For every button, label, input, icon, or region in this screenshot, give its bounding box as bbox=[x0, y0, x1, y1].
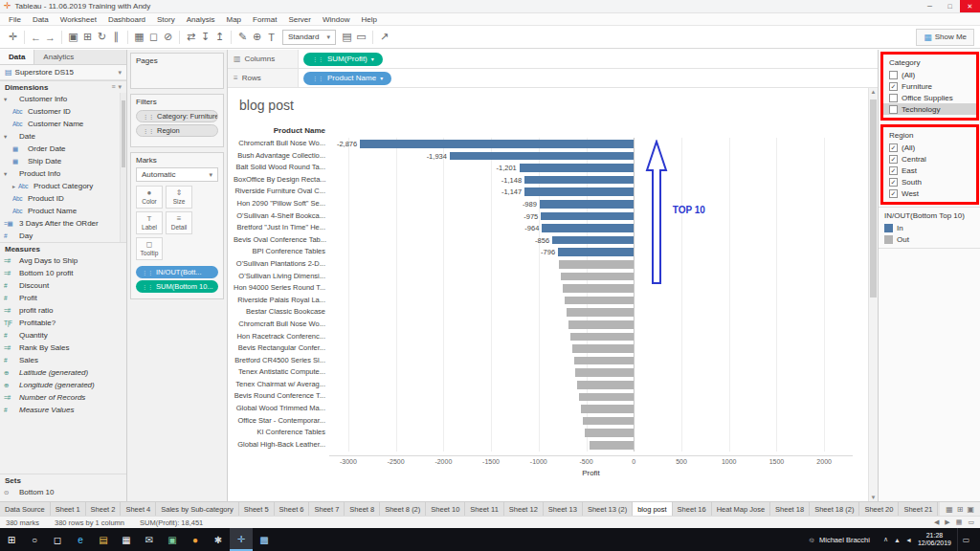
field-longitude-generated[interactable]: ⊕Longitude (generated) bbox=[0, 379, 126, 391]
scrollbar-thumb[interactable] bbox=[122, 100, 125, 167]
folder-toggle-icon[interactable]: ▾ bbox=[4, 96, 16, 103]
field-bottom-10[interactable]: ⊙Bottom 10 bbox=[0, 486, 126, 498]
expand-icon[interactable]: ▸ bbox=[12, 183, 15, 189]
rows-shelf-fields[interactable]: ⋮⋮Product Name▾ bbox=[299, 69, 878, 87]
bar-riverside-furniture-oval-c[interactable] bbox=[524, 187, 634, 196]
menu-analysis[interactable]: Analysis bbox=[181, 15, 221, 24]
new-story-tab-icon[interactable]: ▣ bbox=[967, 505, 974, 514]
sheet-tab-sheet-7[interactable]: Sheet 7 bbox=[309, 502, 345, 516]
checkbox-icon[interactable]: ✓ bbox=[889, 166, 898, 175]
checkbox-icon[interactable]: ✓ bbox=[889, 178, 898, 187]
field-3-days-after-the-order[interactable]: =▦3 Days After the ORder bbox=[0, 217, 120, 230]
field-ship-date[interactable]: ▦Ship Date bbox=[0, 155, 120, 167]
sheet-tab-data-source[interactable]: Data Source bbox=[0, 502, 51, 516]
group-members-icon[interactable]: ⊕ bbox=[250, 29, 264, 46]
category-option-all[interactable]: (All) bbox=[883, 69, 976, 80]
category-option-furniture[interactable]: ✓Furniture bbox=[883, 80, 976, 92]
field-number-of-records[interactable]: =#Number of Records bbox=[0, 391, 126, 404]
field-customer-name[interactable]: AbcCustomer Name bbox=[0, 118, 120, 130]
field-discount[interactable]: #Discount bbox=[0, 279, 126, 292]
region-option-east[interactable]: ✓East bbox=[883, 165, 976, 176]
data-pane-tab-data[interactable]: Data bbox=[0, 50, 34, 64]
checkbox-icon[interactable]: ✓ bbox=[889, 143, 898, 152]
share-workbook-icon[interactable]: ↗ bbox=[377, 29, 391, 46]
field-profitable[interactable]: T|FProfitable? bbox=[0, 317, 126, 329]
show-me-button[interactable]: ▦ Show Me bbox=[916, 29, 974, 46]
menu-worksheet[interactable]: Worksheet bbox=[55, 15, 102, 24]
bar-o-sullivan-plantations-2-d[interactable] bbox=[559, 260, 634, 269]
bar-chromcraft-bull-nose-wo[interactable] bbox=[360, 140, 634, 148]
label-button[interactable]: TLabel bbox=[136, 211, 163, 234]
bar-global-high-back-leather[interactable] bbox=[590, 441, 634, 450]
region-option-central[interactable]: ✓Central bbox=[883, 153, 976, 165]
redo-icon[interactable]: → bbox=[43, 29, 57, 46]
marks-pill-sum-bottom-10[interactable]: ⋮⋮SUM(Bottom 10... bbox=[136, 280, 218, 293]
sheet-tab-sheet-16[interactable]: Sheet 16 bbox=[673, 502, 712, 516]
field-customer-id[interactable]: AbcCustomer ID bbox=[0, 105, 120, 118]
checkbox-icon[interactable]: ✓ bbox=[889, 82, 898, 91]
sheet-tab-sheet-20[interactable]: Sheet 20 bbox=[859, 502, 899, 516]
shelf-pill-product-name[interactable]: ⋮⋮Product Name▾ bbox=[303, 72, 391, 85]
field-rank-by-sales[interactable]: =#Rank By Sales bbox=[0, 342, 126, 354]
field-bottom-10-profit[interactable]: =#Bottom 10 profit bbox=[0, 267, 126, 279]
bar-global-wood-trimmed-ma[interactable] bbox=[581, 405, 634, 413]
bar-balt-solid-wood-round-ta[interactable] bbox=[520, 164, 634, 172]
duplicate-sheet-icon[interactable]: ◻ bbox=[146, 29, 161, 46]
shelf-pill-sum-profit[interactable]: ⋮⋮SUM(Profit)▾ bbox=[303, 53, 383, 66]
taskbar-browser-app[interactable]: ● bbox=[184, 528, 207, 551]
detail-button[interactable]: ≡Detail bbox=[166, 211, 192, 234]
legend-item-in[interactable]: In bbox=[879, 222, 980, 233]
sheet-tab-sales-by-sub-category[interactable]: Sales by Sub-category bbox=[156, 502, 238, 516]
filter-pill-region[interactable]: ⋮⋮Region bbox=[136, 124, 218, 137]
region-option-south[interactable]: ✓South bbox=[883, 176, 976, 187]
sheet-tab-sheet-13[interactable]: Sheet 13 bbox=[544, 502, 583, 516]
bar-boxoffice-by-design-recta[interactable] bbox=[524, 176, 634, 185]
refresh-icon[interactable]: ↻ bbox=[95, 29, 109, 46]
bar-bevis-rectangular-confer[interactable] bbox=[572, 344, 634, 353]
sheet-tab-sheet-18[interactable]: Sheet 18 bbox=[770, 502, 810, 516]
sheet-tab-sheet-5[interactable]: Sheet 5 bbox=[239, 502, 275, 516]
filmstrip-icon[interactable]: ▭ bbox=[968, 518, 974, 526]
chevron-down-icon[interactable]: ▾ bbox=[118, 69, 122, 77]
sheet-tab-heat-map-jose[interactable]: Heat Map Jose bbox=[712, 502, 770, 516]
scrollbar-thumb[interactable] bbox=[870, 99, 877, 298]
color-button[interactable]: ●Color bbox=[136, 186, 163, 209]
new-worksheet-icon[interactable]: ▦ bbox=[132, 29, 146, 46]
tray-chevron-icon[interactable]: ∧ bbox=[883, 536, 888, 543]
menu-data[interactable]: Data bbox=[27, 15, 55, 24]
new-dashboard-tab-icon[interactable]: ⊞ bbox=[957, 505, 964, 514]
sheet-tab-sheet-12[interactable]: Sheet 12 bbox=[504, 502, 544, 516]
taskbar-clock[interactable]: 21:28 12/06/2019 bbox=[918, 532, 951, 548]
bar-bevis-oval-conference-tab[interactable] bbox=[552, 236, 634, 245]
search-button[interactable]: ○ bbox=[23, 528, 46, 551]
checkbox-icon[interactable]: ✓ bbox=[889, 189, 898, 198]
sheet-tab-sheet-8-2[interactable]: Sheet 8 (2) bbox=[380, 502, 426, 516]
maximize-button[interactable]: □ bbox=[940, 0, 960, 12]
fit-dropdown[interactable]: Standard ▾ bbox=[282, 30, 336, 45]
mark-type-dropdown[interactable]: Automatic ▾ bbox=[136, 167, 218, 182]
field-customer-info[interactable]: ▾Customer Info bbox=[0, 93, 120, 105]
presentation-mode-icon[interactable]: ▭ bbox=[354, 29, 368, 46]
taskbar-settings-app[interactable]: ✱ bbox=[207, 528, 230, 551]
sheet-tab-sheet-21[interactable]: Sheet 21 bbox=[899, 502, 938, 516]
field-product-name[interactable]: AbcProduct Name bbox=[0, 205, 120, 217]
menu-server[interactable]: Server bbox=[282, 15, 317, 24]
sheet-tab-sheet-6[interactable]: Sheet 6 bbox=[275, 502, 310, 516]
row-field-header[interactable]: Product Name bbox=[234, 126, 329, 135]
category-option-technology[interactable]: Technology bbox=[883, 103, 976, 115]
region-option-west[interactable]: ✓West bbox=[883, 187, 976, 199]
bar-riverside-palais-royal-la[interactable] bbox=[565, 297, 634, 305]
fix-axes-icon[interactable]: ▤ bbox=[340, 29, 354, 46]
checkbox-icon[interactable]: ✓ bbox=[889, 155, 898, 164]
bar-office-star-contemporar[interactable] bbox=[583, 417, 635, 426]
save-icon[interactable]: ▣ bbox=[66, 29, 80, 46]
field-date[interactable]: ▾Date bbox=[0, 130, 120, 143]
menu-dashboard[interactable]: Dashboard bbox=[102, 15, 151, 24]
taskbar-store-app[interactable]: ▦ bbox=[115, 528, 138, 551]
tableau-logo-icon[interactable]: ✛ bbox=[6, 29, 20, 46]
region-option-all[interactable]: ✓(All) bbox=[883, 142, 976, 153]
bar-bpi-conference-tables[interactable] bbox=[558, 248, 634, 256]
columns-shelf[interactable]: ▥ Columns ⋮⋮SUM(Profit)▾ bbox=[228, 50, 878, 69]
bar-chromcraft-bull-nose-wo[interactable] bbox=[568, 320, 634, 329]
chart-vertical-scrollbar[interactable]: ▲ ▼ bbox=[868, 88, 878, 501]
